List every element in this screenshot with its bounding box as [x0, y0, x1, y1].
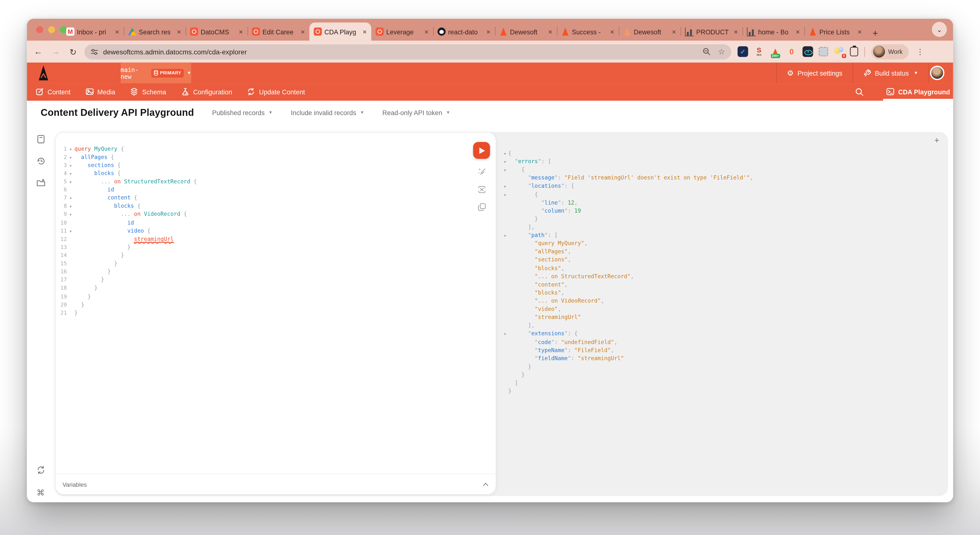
user-menu[interactable]: [928, 63, 953, 83]
filter-api-token[interactable]: Read-only API token ▼: [382, 109, 450, 116]
prettify-icon[interactable]: [477, 167, 486, 176]
screenshot-extension-icon[interactable]: [819, 47, 828, 56]
nav-item-schema[interactable]: Schema: [130, 88, 166, 96]
browser-tab[interactable]: Search res✕: [124, 22, 186, 40]
fold-arrow-icon[interactable]: ▾: [67, 203, 74, 209]
browser-tab[interactable]: CDA Playg✕: [309, 22, 371, 40]
fold-arrow-icon[interactable]: ▾: [502, 233, 508, 238]
tab-close-icon[interactable]: ✕: [424, 29, 429, 35]
browser-tab[interactable]: Dewesoft✕: [619, 22, 681, 40]
nav-item-configuration[interactable]: Configuration: [181, 88, 232, 96]
tab-close-icon[interactable]: ✕: [362, 29, 367, 35]
keyboard-shortcuts-icon[interactable]: ⌘: [34, 486, 47, 498]
refresh-schema-icon[interactable]: [34, 463, 47, 476]
filter-published-records[interactable]: Published records ▼: [212, 109, 273, 116]
code-text: "fieldName": "streamingUrl": [508, 355, 624, 361]
fold-arrow-icon[interactable]: ▾: [502, 331, 508, 336]
nav-item-update-content[interactable]: Update Content: [247, 88, 305, 96]
browser-tab[interactable]: Dewesoft✕: [495, 22, 557, 40]
merge-fragments-icon[interactable]: [477, 185, 486, 194]
tab-close-icon[interactable]: ✕: [610, 29, 614, 35]
tab-close-icon[interactable]: ✕: [795, 29, 800, 35]
fold-arrow-icon[interactable]: ▾: [502, 184, 508, 189]
browser-tab[interactable]: home - Bo✕: [743, 22, 804, 40]
fold-arrow-icon[interactable]: ▾: [67, 146, 74, 151]
query-editor[interactable]: 1▾query MyQuery {2▾ allPages {3▾ section…: [55, 132, 496, 495]
user-avatar[interactable]: [930, 65, 944, 80]
tab-close-icon[interactable]: ✕: [548, 29, 552, 35]
collapse-chevron-icon[interactable]: [482, 482, 489, 486]
back-icon[interactable]: ←: [32, 47, 45, 56]
profile-chip[interactable]: Work: [871, 44, 909, 59]
filter-include-invalid-records[interactable]: Include invalid records ▼: [291, 109, 364, 116]
variables-bar[interactable]: Variables: [56, 474, 496, 494]
browser-tab[interactable]: DatoCMS✕: [186, 22, 248, 40]
fold-arrow-icon[interactable]: ▾: [67, 162, 74, 168]
tab-close-icon[interactable]: ✕: [115, 29, 119, 35]
browser-tab[interactable]: Success -✕: [557, 22, 619, 40]
browser-tab[interactable]: Leverage✕: [371, 22, 433, 40]
results-panel: + ▾{▾ "errors": [▾ { "message": "Field '…: [496, 132, 948, 496]
lightbulb-extension-icon[interactable]: 6: [834, 46, 845, 57]
folder-plus-icon[interactable]: [34, 176, 47, 189]
tab-search-chevron-icon[interactable]: ⌄: [932, 22, 947, 37]
fold-arrow-icon[interactable]: ▾: [67, 171, 74, 176]
close-window-icon[interactable]: [36, 26, 43, 33]
zero-extension-icon[interactable]: 0: [786, 46, 797, 57]
fold-arrow-icon[interactable]: ▾: [67, 154, 74, 160]
browser-tab[interactable]: PRODUCT✕: [681, 22, 743, 40]
add-tab-icon[interactable]: +: [934, 136, 939, 145]
url-text[interactable]: dewesoftcms.admin.datocms.com/cda-explor…: [103, 48, 247, 55]
browser-tab[interactable]: Inbox - pri✕: [62, 22, 124, 40]
fold-arrow-icon[interactable]: ▾: [67, 179, 74, 184]
fold-arrow-icon[interactable]: ▾: [67, 228, 74, 233]
fold-arrow-icon[interactable]: ▾: [502, 159, 508, 164]
docs-icon[interactable]: [34, 133, 47, 145]
seo-extension-icon[interactable]: SSEO: [754, 46, 764, 57]
react-extension-icon[interactable]: [803, 46, 813, 57]
browser-tab[interactable]: Edit Caree✕: [248, 22, 309, 40]
run-query-button[interactable]: [473, 142, 490, 159]
site-settings-icon[interactable]: [91, 48, 98, 55]
environment-switcher[interactable]: main-new PRIMARY ▼: [121, 63, 191, 83]
tab-close-icon[interactable]: ✕: [858, 29, 862, 35]
dewesoft-logo[interactable]: [35, 64, 52, 81]
tab-close-icon[interactable]: ✕: [239, 29, 243, 35]
code-text: query MyQuery {: [74, 145, 124, 152]
browser-tab[interactable]: react-dato✕: [433, 22, 495, 40]
project-settings-button[interactable]: ⚙ Project settings: [776, 63, 852, 83]
build-status-button[interactable]: Build status ▼: [852, 63, 928, 83]
minimize-window-icon[interactable]: [48, 26, 55, 33]
reload-icon[interactable]: ↻: [67, 46, 79, 57]
copy-icon[interactable]: [477, 203, 486, 211]
dewesoft-ext-extension-icon[interactable]: 200+: [770, 46, 781, 57]
zoom-out-icon[interactable]: [702, 48, 711, 56]
bookmark-star-icon[interactable]: ☆: [718, 47, 725, 56]
code-line: "query MyQuery",: [502, 240, 753, 248]
history-icon[interactable]: [34, 155, 47, 167]
fold-arrow-icon[interactable]: ▾: [67, 195, 74, 200]
new-tab-button[interactable]: +: [873, 28, 878, 37]
tab-close-icon[interactable]: ✕: [672, 29, 676, 35]
clipboard-extension-icon[interactable]: [850, 47, 858, 56]
address-bar[interactable]: dewesoftcms.admin.datocms.com/cda-explor…: [84, 44, 731, 59]
forward-icon[interactable]: →: [49, 47, 62, 56]
fold-arrow-icon[interactable]: ▾: [502, 192, 508, 197]
tab-close-icon[interactable]: ✕: [733, 29, 738, 35]
browser-menu-icon[interactable]: ⋮: [916, 47, 924, 56]
tab-close-icon[interactable]: ✕: [486, 29, 490, 35]
tab-cda-playground[interactable]: CDA Playground: [883, 83, 953, 101]
nav-item-content[interactable]: Content: [36, 88, 70, 96]
gear-icon: ⚙: [787, 69, 794, 77]
tab-close-icon[interactable]: ✕: [177, 29, 181, 35]
fold-arrow-icon[interactable]: ▾: [67, 212, 74, 217]
browser-tab[interactable]: Price Lists✕: [804, 22, 866, 40]
nav-item-media[interactable]: Media: [86, 88, 115, 96]
profile-label: Work: [888, 48, 902, 55]
fold-arrow-icon[interactable]: ▾: [502, 167, 508, 172]
fold-spacer: [502, 383, 508, 383]
search-button[interactable]: [855, 83, 864, 101]
fold-arrow-icon[interactable]: ▾: [502, 151, 508, 156]
check-app-extension-icon[interactable]: [738, 46, 748, 57]
tab-close-icon[interactable]: ✕: [301, 29, 305, 35]
